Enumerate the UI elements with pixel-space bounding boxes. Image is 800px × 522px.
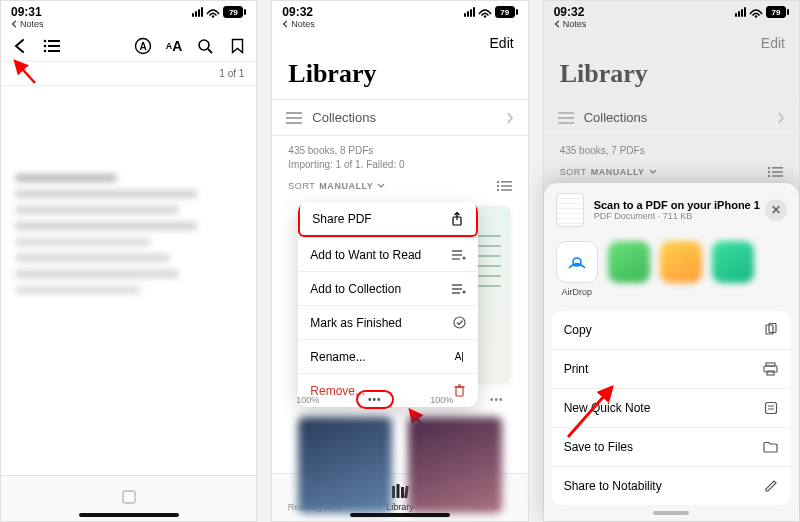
page-title: Library [272, 55, 527, 99]
list-add-icon [452, 282, 466, 296]
share-action-list: Copy Print New Quick Note Save to Files … [552, 311, 791, 505]
wifi-icon [749, 6, 763, 18]
page-title: Library [544, 55, 799, 99]
close-icon[interactable]: ✕ [765, 199, 787, 221]
document-preview[interactable] [1, 86, 256, 475]
text-size-icon[interactable]: AA [166, 37, 183, 55]
svg-point-5 [44, 50, 47, 53]
folder-icon [763, 439, 779, 455]
signal-bars-icon [192, 7, 203, 17]
collections-icon [558, 112, 574, 124]
battery-icon: 79 [766, 6, 789, 18]
search-icon[interactable] [196, 37, 214, 55]
breadcrumb-back-app[interactable]: Notes [1, 19, 256, 31]
share-target-app[interactable] [712, 241, 754, 297]
edit-button[interactable]: Edit [490, 35, 514, 51]
app-label [731, 287, 734, 297]
share-target-airdrop[interactable]: AirDrop [556, 241, 598, 297]
svg-line-10 [208, 49, 212, 53]
status-time: 09:32 [554, 5, 585, 19]
menu-add-want-to-read[interactable]: Add to Want to Read [298, 237, 478, 271]
action-new-quick-note[interactable]: New Quick Note [552, 388, 791, 427]
app-icon [712, 241, 754, 283]
sheet-handle[interactable] [653, 511, 689, 515]
more-icon-right[interactable]: ••• [490, 394, 504, 405]
share-target-app[interactable] [608, 241, 650, 297]
collections-icon [286, 112, 302, 124]
breadcrumb-label: Notes [20, 19, 44, 29]
bottom-thumbnail-icon[interactable] [120, 488, 138, 510]
sort-control[interactable]: SORT MANUALLY [288, 181, 385, 191]
svg-point-13 [483, 15, 485, 17]
collections-row[interactable]: Collections [544, 99, 799, 136]
action-share-to-notability[interactable]: Share to Notability [552, 466, 791, 505]
svg-rect-22 [501, 189, 512, 191]
library-meta-count: 435 books, 7 PDFs [560, 144, 783, 158]
printer-icon [763, 361, 779, 377]
toc-icon[interactable] [43, 37, 61, 55]
battery-icon: 79 [495, 6, 518, 18]
checkmark-circle-icon [452, 316, 466, 330]
page-indicator: 1 of 1 [1, 62, 256, 86]
svg-rect-48 [772, 167, 783, 169]
menu-label: Add to Collection [310, 282, 401, 296]
breadcrumb-back-app[interactable]: Notes [272, 19, 527, 31]
sort-prefix: SORT [288, 181, 315, 191]
progress-row: 100% ••• 100% ••• [272, 386, 527, 409]
signal-bars-icon [735, 7, 746, 17]
breadcrumb-caret-icon [282, 20, 290, 28]
action-label: New Quick Note [564, 401, 651, 415]
chevron-down-icon [377, 183, 385, 189]
bookmark-icon[interactable] [228, 37, 246, 55]
book-cover[interactable] [408, 417, 502, 513]
menu-rename[interactable]: Rename... A| [298, 339, 478, 373]
share-target-app[interactable] [660, 241, 702, 297]
svg-point-21 [496, 189, 498, 191]
app-label [679, 287, 682, 297]
home-indicator [79, 513, 179, 517]
svg-text:A: A [139, 41, 146, 52]
menu-mark-finished[interactable]: Mark as Finished [298, 305, 478, 339]
breadcrumb-caret-icon [11, 20, 19, 28]
svg-point-1 [44, 40, 47, 43]
phone-screen-share-sheet: 09:32 79 Notes Edit Library Collections … [543, 0, 800, 522]
svg-point-17 [496, 181, 498, 183]
breadcrumb-label: Notes [291, 19, 315, 29]
sort-row: SORT MANUALLY [272, 172, 527, 200]
share-doc-title: Scan to a PDF on your iPhone 1 [594, 199, 760, 211]
action-print[interactable]: Print [552, 349, 791, 388]
svg-point-19 [496, 185, 498, 187]
chevron-down-icon [649, 169, 657, 175]
action-copy[interactable]: Copy [552, 311, 791, 349]
menu-share-pdf[interactable]: Share PDF [298, 202, 478, 237]
library-meta: 435 books, 8 PDFs Importing: 1 of 1. Fai… [272, 136, 527, 172]
svg-rect-2 [48, 40, 60, 42]
appearance-icon[interactable]: A [134, 37, 152, 55]
menu-label: Rename... [310, 350, 365, 364]
chevron-right-icon [777, 112, 785, 124]
pdf-thumbnail-icon [556, 193, 584, 227]
back-icon[interactable] [11, 37, 29, 55]
status-bar: 09:32 79 [544, 1, 799, 19]
sort-control[interactable]: SORT MANUALLY [560, 167, 657, 177]
view-list-icon[interactable] [767, 166, 783, 178]
menu-add-to-collection[interactable]: Add to Collection [298, 271, 478, 305]
collections-row[interactable]: Collections [272, 99, 527, 136]
more-button[interactable]: ••• [356, 390, 394, 409]
breadcrumb-caret-icon [554, 20, 562, 28]
status-time: 09:32 [282, 5, 313, 19]
library-meta: 435 books, 7 PDFs [544, 136, 799, 158]
phone-screen-library-menu: 09:32 79 Notes Edit Library Collections … [271, 0, 528, 522]
svg-rect-4 [48, 45, 60, 47]
action-save-to-files[interactable]: Save to Files [552, 427, 791, 466]
library-meta-count: 435 books, 8 PDFs [288, 144, 511, 158]
sort-row: SORT MANUALLY [544, 158, 799, 186]
collections-label: Collections [584, 110, 648, 125]
library-meta-import: Importing: 1 of 1. Failed: 0 [288, 158, 511, 172]
breadcrumb-back-app[interactable]: Notes [544, 19, 799, 31]
view-list-icon[interactable] [496, 180, 512, 192]
menu-label: Share PDF [312, 212, 371, 226]
action-label: Copy [564, 323, 592, 337]
book-cover[interactable] [298, 417, 392, 513]
edit-button[interactable]: Edit [761, 35, 785, 51]
